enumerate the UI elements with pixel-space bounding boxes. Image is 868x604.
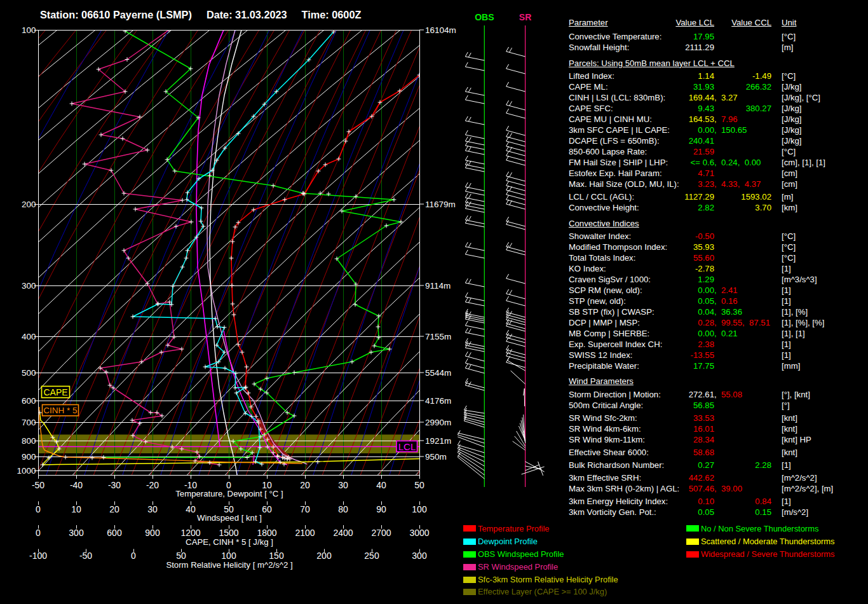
- svg-text:10: 10: [71, 504, 81, 514]
- svg-text:400: 400: [22, 332, 36, 341]
- svg-text:-50: -50: [79, 551, 92, 561]
- svg-text:-100: -100: [29, 551, 47, 561]
- svg-text:600: 600: [22, 396, 36, 406]
- svg-text:50: 50: [176, 551, 186, 561]
- svg-text:500: 500: [22, 368, 36, 378]
- svg-text:0: 0: [36, 504, 41, 514]
- svg-text:7155m: 7155m: [425, 332, 451, 341]
- svg-text:1200: 1200: [180, 528, 200, 538]
- svg-text:11679m: 11679m: [425, 200, 456, 209]
- svg-text:200: 200: [316, 551, 332, 561]
- svg-text:-50: -50: [32, 480, 44, 490]
- svg-text:-20: -20: [146, 480, 159, 490]
- svg-text:0: 0: [36, 528, 41, 538]
- svg-text:9114m: 9114m: [425, 281, 451, 291]
- svg-text:-40: -40: [70, 480, 83, 490]
- svg-text:60: 60: [262, 504, 272, 514]
- svg-text:2100: 2100: [295, 528, 315, 538]
- svg-text:CAPE: CAPE: [43, 387, 67, 397]
- svg-text:700: 700: [22, 418, 36, 427]
- svg-text:16104m: 16104m: [425, 25, 456, 35]
- svg-text:80: 80: [338, 504, 348, 514]
- svg-text:0: 0: [131, 551, 136, 561]
- svg-text:40: 40: [376, 480, 386, 490]
- svg-text:20: 20: [300, 480, 310, 490]
- svg-text:250: 250: [364, 551, 379, 561]
- svg-text:2700: 2700: [371, 528, 391, 538]
- svg-text:2400: 2400: [333, 528, 353, 538]
- svg-text:300: 300: [22, 281, 36, 291]
- svg-text:40: 40: [186, 504, 196, 514]
- svg-text:-30: -30: [108, 480, 121, 490]
- svg-text:Windspeed [ knt ]: Windspeed [ knt ]: [197, 513, 262, 523]
- svg-text:Temperature, Dewpoint [ °C ]: Temperature, Dewpoint [ °C ]: [175, 489, 283, 498]
- svg-text:100: 100: [221, 551, 236, 561]
- svg-text:1921m: 1921m: [425, 436, 451, 446]
- svg-text:900: 900: [145, 528, 160, 538]
- svg-text:1000: 1000: [17, 466, 36, 476]
- svg-text:100: 100: [22, 25, 36, 35]
- svg-text:800: 800: [22, 436, 36, 446]
- svg-text:900: 900: [22, 452, 36, 462]
- svg-text:100: 100: [412, 504, 427, 514]
- svg-text:3000: 3000: [409, 528, 429, 538]
- svg-text:SR: SR: [519, 12, 531, 22]
- svg-text:Storm Relative Helicity [ m^2: Storm Relative Helicity [ m^2/s^2 ]: [166, 560, 292, 570]
- svg-text:50: 50: [414, 480, 424, 490]
- svg-text:LCL: LCL: [398, 441, 416, 452]
- svg-text:200: 200: [22, 200, 36, 209]
- svg-text:950m: 950m: [425, 452, 447, 462]
- svg-text:600: 600: [107, 528, 122, 538]
- svg-text:CAPE, CINH * 5 [ J/kg ]: CAPE, CINH * 5 [ J/kg ]: [186, 537, 273, 547]
- svg-text:300: 300: [69, 528, 84, 538]
- svg-text:30: 30: [338, 480, 348, 490]
- svg-text:300: 300: [412, 551, 427, 561]
- svg-text:30: 30: [147, 504, 158, 514]
- svg-text:70: 70: [300, 504, 310, 514]
- svg-text:150: 150: [269, 551, 284, 561]
- svg-text:CINH * 5: CINH * 5: [43, 406, 77, 415]
- svg-text:1500: 1500: [219, 528, 238, 538]
- svg-text:5544m: 5544m: [425, 368, 451, 378]
- svg-text:1800: 1800: [257, 528, 276, 538]
- svg-text:OBS: OBS: [475, 12, 494, 22]
- svg-text:4176m: 4176m: [425, 396, 451, 406]
- svg-text:90: 90: [376, 504, 386, 514]
- svg-text:2990m: 2990m: [425, 418, 451, 427]
- svg-text:20: 20: [109, 504, 119, 514]
